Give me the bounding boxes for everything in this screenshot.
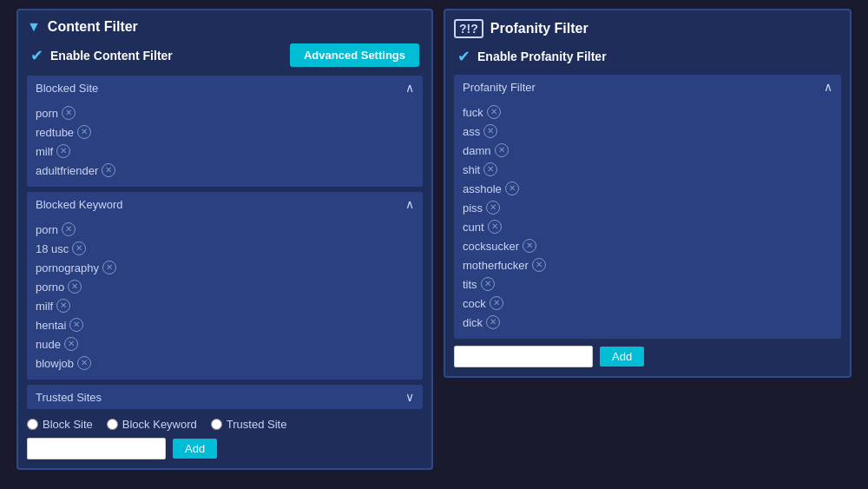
trusted-sites-header[interactable]: Trusted Sites ∨ [27,385,423,409]
remove-tits-button[interactable]: ✕ [481,277,495,291]
remove-porn-site-button[interactable]: ✕ [62,106,76,120]
tag-text: cocksucker [463,240,519,253]
list-item: dick ✕ [463,313,832,332]
profanity-add-button[interactable]: Add [600,347,644,367]
tag-text: porn [36,107,58,120]
list-item: asshole ✕ [463,179,832,198]
trusted-sites-section: Trusted Sites ∨ [27,385,423,409]
profanity-filter-enable-left: ✔ Enable Profanity Filter [457,47,607,66]
radio-trusted-site-label: Trusted Site [227,418,287,431]
profanity-filter-enable-label: Enable Profanity Filter [477,50,607,63]
tag-text: hentai [36,319,66,332]
list-item: porn ✕ [36,220,414,239]
list-item: tits ✕ [463,274,832,294]
content-filter-enable-label: Enable Content Filter [50,49,173,63]
blocked-keyword-body: porn ✕ 18 usc ✕ pornography ✕ porno ✕ mi… [27,216,423,380]
tag-text: blowjob [36,357,74,370]
profanity-list-chevron: ∧ [824,80,832,94]
list-item: redtube ✕ [36,122,414,142]
radio-block-keyword[interactable]: Block Keyword [107,418,197,431]
content-filter-title: Content Filter [48,19,138,35]
radio-block-site-input[interactable] [27,419,38,430]
list-item: hentai ✕ [36,315,414,334]
content-filter-add-row: Add [27,438,423,459]
radio-block-site[interactable]: Block Site [27,418,93,431]
remove-pornography-button[interactable]: ✕ [102,261,116,274]
remove-hentai-button[interactable]: ✕ [69,318,83,332]
remove-blowjob-button[interactable]: ✕ [77,356,91,370]
remove-piss-button[interactable]: ✕ [486,201,500,215]
profanity-filter-panel: ?!? Profanity Filter ✔ Enable Profanity … [444,9,852,378]
list-item: cunt ✕ [463,217,832,236]
remove-asshole-button[interactable]: ✕ [505,182,519,195]
advanced-settings-button[interactable]: Advanced Settings [290,43,419,67]
content-filter-add-input[interactable] [27,438,166,459]
radio-trusted-site-input[interactable] [211,419,222,430]
tag-text: damn [463,144,491,157]
remove-ass-button[interactable]: ✕ [483,124,497,138]
list-item: damn ✕ [463,141,832,160]
blocked-keyword-label: Blocked Keyword [36,198,122,211]
list-item: fuck ✕ [463,102,832,122]
remove-motherfucker-button[interactable]: ✕ [532,258,546,272]
radio-row: Block Site Block Keyword Trusted Site [27,418,423,431]
blocked-site-header[interactable]: Blocked Site ∧ [27,76,423,100]
content-filter-panel: ▼ Content Filter ✔ Enable Content Filter… [16,9,433,470]
tag-text: porno [36,281,64,294]
remove-redtube-button[interactable]: ✕ [77,125,91,139]
tag-text: 18 usc [36,242,69,255]
remove-18usc-button[interactable]: ✕ [72,241,86,255]
remove-damn-button[interactable]: ✕ [495,143,509,157]
list-item: milf ✕ [36,142,414,161]
profanity-list-label: Profanity Filter [463,81,536,94]
profanity-icon: ?!? [454,19,483,38]
profanity-filter-header: ?!? Profanity Filter [454,19,841,38]
radio-trusted-site[interactable]: Trusted Site [211,418,287,431]
profanity-add-input[interactable] [454,346,593,367]
remove-cunt-button[interactable]: ✕ [488,220,502,234]
content-filter-header: ▼ Content Filter [27,19,423,35]
remove-cock-button[interactable]: ✕ [490,296,503,310]
blocked-keyword-chevron: ∧ [405,197,414,211]
content-filter-add-button[interactable]: Add [173,439,217,459]
trusted-sites-chevron: ∨ [405,390,414,404]
tag-text: porn [36,223,58,236]
remove-porno-button[interactable]: ✕ [68,280,82,294]
trusted-sites-label: Trusted Sites [36,391,102,404]
tag-text: shit [463,163,480,176]
remove-adultfriender-button[interactable]: ✕ [102,163,115,177]
list-item: adultfriender ✕ [36,161,414,180]
blocked-keyword-header[interactable]: Blocked Keyword ∧ [27,192,423,216]
remove-dick-button[interactable]: ✕ [486,315,500,329]
tag-text: fuck [463,106,483,119]
blocked-site-chevron: ∧ [405,81,414,95]
list-item: pornography ✕ [36,258,414,277]
profanity-filter-enable-row: ✔ Enable Profanity Filter [454,47,841,66]
remove-nude-button[interactable]: ✕ [64,337,78,351]
tag-text: tits [463,278,477,291]
content-filter-enable-row: ✔ Enable Content Filter Advanced Setting… [27,43,423,67]
remove-shit-button[interactable]: ✕ [483,162,497,176]
blocked-site-body: porn ✕ redtube ✕ milf ✕ adultfriender ✕ [27,100,423,187]
tag-text: dick [463,316,483,329]
list-item: motherfucker ✕ [463,255,832,274]
remove-fuck-button[interactable]: ✕ [487,105,501,119]
profanity-checkmark-icon: ✔ [457,47,470,66]
remove-milf-keyword-button[interactable]: ✕ [56,299,70,313]
remove-cocksucker-button[interactable]: ✕ [523,239,536,253]
radio-block-keyword-label: Block Keyword [122,418,197,431]
radio-block-keyword-input[interactable] [107,419,118,430]
blocked-site-section: Blocked Site ∧ porn ✕ redtube ✕ milf ✕ a… [27,76,423,187]
filter-icon: ▼ [27,19,41,35]
remove-milf-site-button[interactable]: ✕ [56,144,70,158]
profanity-list-header[interactable]: Profanity Filter ∧ [454,75,841,99]
profanity-add-row: Add [454,346,841,367]
checkmark-icon: ✔ [30,46,43,65]
tag-text: adultfriender [36,164,98,177]
remove-porn-keyword-button[interactable]: ✕ [62,222,76,236]
list-item: cocksucker ✕ [463,236,832,255]
blocked-site-label: Blocked Site [36,82,98,95]
profanity-filter-title: Profanity Filter [490,21,589,36]
tag-text: ass [463,125,480,138]
tag-text: cock [463,297,486,310]
